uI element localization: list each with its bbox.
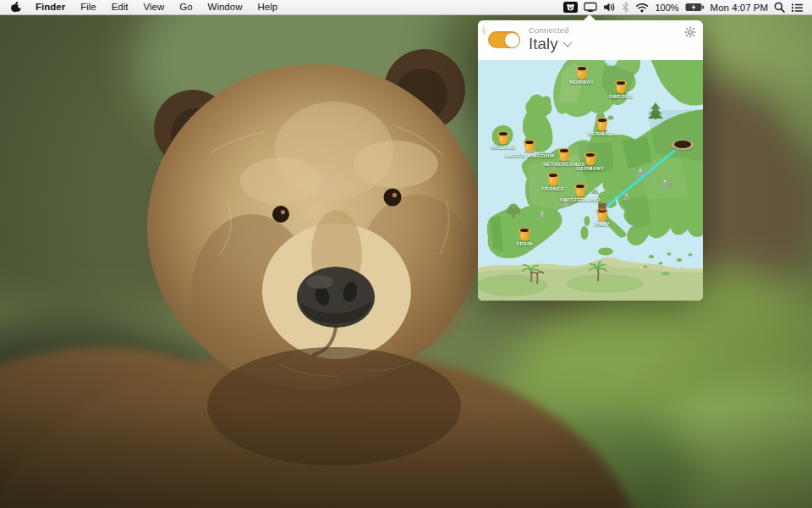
list-lines-icon [791, 3, 804, 13]
settings-gear-button[interactable] [684, 26, 696, 41]
honey-pot-icon [595, 110, 610, 131]
map-marker-netherlands[interactable]: NETHERLANDS [557, 141, 572, 162]
honey-pot-icon [546, 165, 561, 186]
menu-item-file[interactable]: File [73, 2, 104, 12]
tunnelbear-menubar-icon[interactable] [563, 2, 578, 13]
menu-item-finder[interactable]: Finder [28, 2, 73, 12]
country-label: DENMARK [588, 131, 616, 136]
map-marker-france[interactable]: FRANCE [546, 165, 561, 186]
vpn-toggle[interactable] [488, 31, 520, 48]
selected-country: Italy [529, 35, 558, 53]
menu-item-go[interactable]: Go [172, 2, 200, 12]
map-marker-united-kingdom[interactable]: UNITED KINGDOM [522, 132, 537, 153]
map-marker-germany[interactable]: GERMANY [583, 145, 598, 166]
country-label: IRELAND [491, 145, 515, 150]
battery-icon[interactable] [685, 3, 705, 12]
menu-bar: FinderFileEditViewGoWindowHelp [0, 0, 812, 15]
chevron-down-icon [562, 37, 572, 47]
battery-percent: 100% [655, 3, 678, 13]
tunnelbear-bear-icon [563, 2, 578, 13]
connection-status-label: Connected [529, 25, 571, 35]
honey-pot-icon [557, 141, 572, 162]
honey-pot-icon [595, 201, 610, 222]
menu-item-edit[interactable]: Edit [104, 2, 136, 12]
speaker-icon [603, 2, 616, 13]
country-label: SWEDEN [609, 94, 634, 99]
desktop: FinderFileEditViewGoWindowHelp [0, 0, 812, 508]
menu-bar-right: 100% Mon 4:07 PM [563, 2, 812, 13]
country-label: ITALY [595, 222, 610, 227]
volume-icon[interactable] [603, 2, 616, 13]
display-icon [584, 2, 597, 13]
spotlight-search-icon[interactable] [774, 2, 785, 13]
wifi-icon[interactable] [635, 3, 649, 13]
country-selector[interactable]: Italy [529, 35, 571, 53]
tunnelbear-panel: Connected Italy [478, 14, 703, 301]
map-marker-sweden[interactable]: SWEDEN [613, 73, 628, 94]
toggle-knob [505, 33, 519, 47]
map-marker-switzerland[interactable]: SWITZERLAND [573, 176, 588, 197]
country-label: UNITED KINGDOM [505, 153, 555, 158]
honey-pot-icon [517, 220, 532, 241]
europe-map: NORWAY SWEDEN DENMARK IRELAND UNITED KIN… [478, 60, 703, 301]
panel-body: Connected Italy [478, 20, 703, 301]
map-marker-italy[interactable]: ITALY [595, 201, 610, 222]
honey-pot-icon [574, 60, 590, 80]
menu-item-view[interactable]: View [136, 2, 173, 12]
map-art [478, 60, 703, 301]
notification-center-icon[interactable] [791, 3, 804, 13]
menu-bar-left: FinderFileEditViewGoWindowHelp [0, 0, 285, 14]
panel-header: Connected Italy [478, 20, 703, 60]
wifi-fan-icon [635, 3, 649, 13]
bluetooth-glyph-icon [622, 2, 629, 13]
country-label: FRANCE [541, 186, 564, 191]
map-marker-ireland[interactable]: IRELAND [496, 124, 511, 145]
menu-item-help[interactable]: Help [250, 2, 285, 12]
honey-pot-icon [522, 132, 537, 153]
menu-items: FinderFileEditViewGoWindowHelp [28, 0, 285, 14]
header-text: Connected Italy [529, 25, 571, 53]
map-marker-norway[interactable]: NORWAY [574, 60, 590, 80]
apple-logo-icon [10, 1, 21, 14]
bluetooth-icon[interactable] [622, 2, 629, 13]
map-marker-denmark[interactable]: DENMARK [595, 110, 610, 131]
honey-pot-icon [573, 176, 588, 197]
menu-bar-clock[interactable]: Mon 4:07 PM [710, 3, 768, 13]
map-marker-spain[interactable]: SPAIN [517, 220, 532, 241]
honey-pot-icon [613, 73, 628, 94]
honey-pot-icon [496, 124, 511, 145]
apple-menu[interactable] [0, 1, 28, 14]
country-label: NORWAY [570, 80, 595, 85]
country-label: SPAIN [516, 241, 533, 246]
display-mirroring-icon[interactable] [584, 2, 597, 13]
gear-icon [684, 26, 696, 38]
menu-item-window[interactable]: Window [200, 2, 250, 12]
battery-charging-icon [685, 3, 705, 12]
country-label: GERMANY [576, 166, 604, 171]
search-icon [774, 2, 785, 13]
honey-pot-icon [583, 145, 598, 166]
